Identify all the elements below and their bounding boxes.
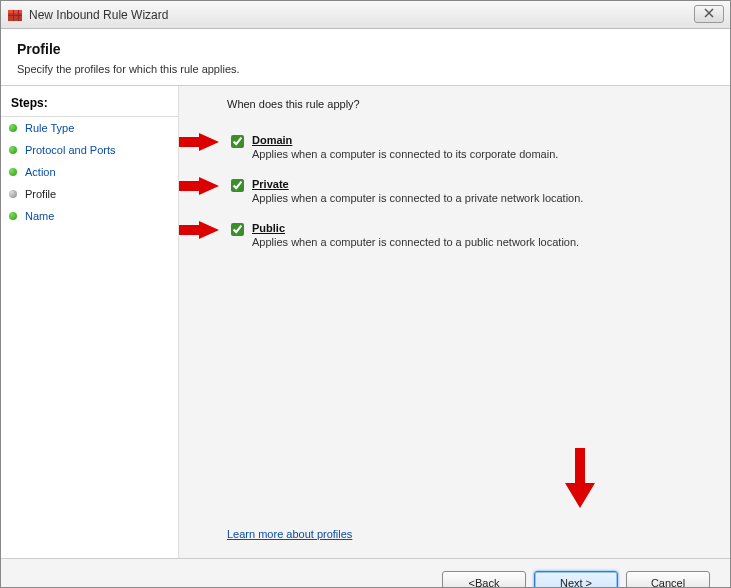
public-desc: Applies when a computer is connected to …	[252, 236, 579, 248]
titlebar: New Inbound Rule Wizard	[1, 1, 730, 29]
domain-label: Domain	[252, 134, 558, 146]
profile-option-private: Private Applies when a computer is conne…	[199, 178, 710, 204]
wizard-content: When does this rule apply? Domain Applie…	[179, 86, 730, 558]
next-button[interactable]: Next >	[534, 571, 618, 588]
close-icon	[704, 8, 714, 20]
svg-rect-4	[18, 10, 19, 21]
step-label: Rule Type	[25, 122, 74, 134]
cancel-button[interactable]: Cancel	[626, 571, 710, 588]
wizard-header: Profile Specify the profiles for which t…	[1, 29, 730, 86]
page-title: Profile	[17, 41, 714, 57]
wizard-body: Steps: Rule Type Protocol and Ports Acti…	[1, 86, 730, 558]
profile-option-public: Public Applies when a computer is connec…	[199, 222, 710, 248]
page-subtitle: Specify the profiles for which this rule…	[17, 63, 714, 75]
step-bullet-icon	[9, 168, 17, 176]
svg-rect-3	[13, 10, 14, 21]
step-label: Protocol and Ports	[25, 144, 116, 156]
annotation-arrow-icon	[179, 177, 219, 195]
public-checkbox[interactable]	[231, 223, 244, 236]
svg-rect-1	[8, 10, 22, 13]
window-title: New Inbound Rule Wizard	[29, 8, 168, 22]
step-label: Action	[25, 166, 56, 178]
public-label: Public	[252, 222, 579, 234]
step-label: Name	[25, 210, 54, 222]
domain-desc: Applies when a computer is connected to …	[252, 148, 558, 160]
next-button-u: N	[560, 577, 568, 589]
back-button-post: ack	[482, 577, 499, 589]
step-bullet-icon	[9, 124, 17, 132]
step-bullet-icon	[9, 190, 17, 198]
steps-sidebar: Steps: Rule Type Protocol and Ports Acti…	[1, 86, 179, 558]
wizard-footer: < Back Next > Cancel	[1, 558, 730, 588]
back-button-u: B	[475, 577, 482, 589]
domain-checkbox[interactable]	[231, 135, 244, 148]
private-label: Private	[252, 178, 583, 190]
back-button[interactable]: < Back	[442, 571, 526, 588]
step-label: Profile	[25, 188, 56, 200]
next-button-post: ext >	[568, 577, 592, 589]
step-rule-type[interactable]: Rule Type	[1, 117, 178, 139]
step-bullet-icon	[9, 212, 17, 220]
close-button[interactable]	[694, 5, 724, 23]
steps-heading: Steps:	[1, 92, 178, 117]
private-desc: Applies when a computer is connected to …	[252, 192, 583, 204]
annotation-arrow-icon	[179, 133, 219, 151]
profile-option-domain: Domain Applies when a computer is connec…	[199, 134, 710, 160]
private-checkbox[interactable]	[231, 179, 244, 192]
step-name[interactable]: Name	[1, 205, 178, 227]
learn-more-link[interactable]: Learn more about profiles	[227, 528, 352, 540]
annotation-arrow-icon	[179, 221, 219, 239]
firewall-icon	[7, 7, 23, 23]
svg-rect-2	[8, 15, 22, 16]
step-profile[interactable]: Profile	[1, 183, 178, 205]
step-protocol-ports[interactable]: Protocol and Ports	[1, 139, 178, 161]
step-action[interactable]: Action	[1, 161, 178, 183]
content-question: When does this rule apply?	[199, 98, 710, 110]
step-bullet-icon	[9, 146, 17, 154]
annotation-down-arrow-icon	[565, 448, 595, 508]
